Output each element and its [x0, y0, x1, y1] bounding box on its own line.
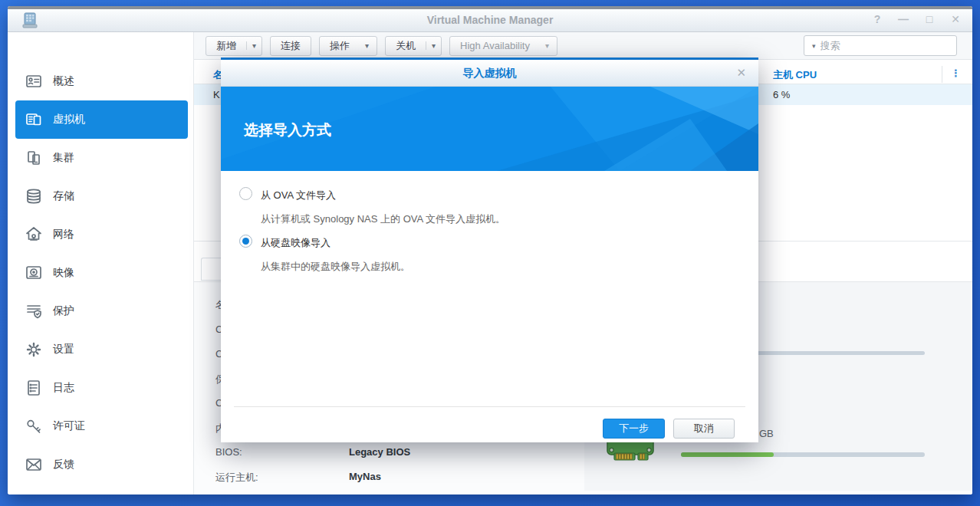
- import-vm-dialog: 导入虚拟机 ✕ 选择导入方式 从 OVA 文件导入 从计算机或 Synology…: [221, 58, 758, 442]
- network-icon: [25, 225, 43, 244]
- sidebar-item-image[interactable]: 映像: [15, 254, 188, 292]
- running-host-value: MyNas: [349, 471, 381, 482]
- sidebar-item-storage[interactable]: 存储: [15, 177, 188, 215]
- radio-import-from-ova[interactable]: [239, 187, 252, 200]
- bios-value: Legacy BIOS: [349, 446, 410, 458]
- sidebar-item-overview[interactable]: 概述: [15, 62, 188, 100]
- search-box[interactable]: ▾: [804, 35, 957, 56]
- radio-label-ova[interactable]: 从 OVA 文件导入: [261, 189, 336, 202]
- toolbar: 新增 ▾ 连接 操作 ▾ 关机 ▾ High Availability ▾: [194, 32, 972, 60]
- maximize-icon[interactable]: □: [923, 13, 936, 25]
- power-dropdown-caret-icon[interactable]: ▾: [426, 41, 441, 50]
- running-host-label: 运行主机:: [215, 471, 258, 485]
- titlebar: Virtual Machine Manager ? — □ ✕: [8, 9, 972, 32]
- sidebar-item-settings[interactable]: 设置: [15, 330, 188, 369]
- memory-unit-label: GB: [759, 428, 774, 439]
- search-input[interactable]: [821, 40, 955, 51]
- id-card-icon: [25, 72, 43, 90]
- next-button[interactable]: 下一步: [603, 419, 665, 439]
- radio-import-from-disk-image[interactable]: [239, 235, 252, 248]
- sidebar-item-virtual-machine[interactable]: 虚拟机: [15, 100, 188, 139]
- shield-server-icon: [25, 302, 43, 320]
- sidebar-item-feedback[interactable]: 反馈: [15, 445, 188, 484]
- gear-icon: [25, 340, 43, 359]
- radio-description-disk-image: 从集群中的硬盘映像导入虚拟机。: [261, 260, 410, 274]
- dialog-body: 从 OVA 文件导入 从计算机或 Synology NAS 上的 OVA 文件导…: [221, 171, 758, 404]
- column-menu-icon[interactable]: ⋮: [951, 67, 961, 79]
- power-off-button[interactable]: 关机 ▾: [385, 36, 442, 56]
- column-header-host-cpu[interactable]: 主机 CPU: [773, 68, 817, 82]
- sidebar-item-log[interactable]: 日志: [15, 369, 188, 407]
- column-divider: [942, 66, 942, 83]
- dialog-heading: 选择导入方式: [244, 120, 331, 140]
- window-title: Virtual Machine Manager: [8, 14, 972, 26]
- database-icon: [25, 187, 43, 205]
- help-icon[interactable]: ?: [871, 13, 883, 25]
- sidebar-item-label: 许可证: [53, 419, 85, 433]
- sidebar: 概述 虚拟机 集群 存储 网络 映像: [8, 32, 194, 495]
- sidebar-item-label: 网络: [53, 228, 74, 242]
- dialog-title: 导入虚拟机: [221, 67, 758, 80]
- connect-button[interactable]: 连接: [270, 36, 311, 56]
- disc-image-icon: [25, 264, 43, 282]
- vm-name-cell: K: [213, 89, 220, 100]
- action-button[interactable]: 操作 ▾: [319, 36, 377, 56]
- close-window-icon[interactable]: ✕: [949, 13, 962, 25]
- sidebar-item-label: 虚拟机: [53, 113, 85, 127]
- sidebar-item-label: 设置: [53, 343, 74, 356]
- create-button[interactable]: 新增 ▾: [206, 36, 262, 56]
- sidebar-item-cluster[interactable]: 集群: [15, 139, 188, 177]
- key-icon: [25, 417, 43, 435]
- sidebar-item-network[interactable]: 网络: [15, 215, 188, 254]
- sidebar-item-label: 存储: [53, 189, 74, 203]
- dialog-close-icon[interactable]: ✕: [736, 66, 746, 80]
- search-filter-caret-icon[interactable]: ▾: [812, 42, 816, 50]
- memory-usage-bar: [681, 452, 925, 457]
- bios-label: BIOS:: [215, 446, 242, 458]
- host-cpu-cell: 6 %: [773, 89, 790, 100]
- action-caret-icon: ▾: [365, 41, 369, 50]
- window-controls: ? — □ ✕: [871, 13, 962, 25]
- radio-label-disk-image[interactable]: 从硬盘映像导入: [261, 236, 331, 250]
- memory-bar-fill: [681, 452, 774, 457]
- log-document-icon: [25, 379, 43, 397]
- sidebar-item-label: 保护: [53, 304, 74, 318]
- virtual-machine-icon: [25, 110, 43, 129]
- sidebar-item-label: 日志: [53, 381, 74, 395]
- create-dropdown-caret-icon[interactable]: ▾: [246, 41, 261, 50]
- desktop-background: Virtual Machine Manager ? — □ ✕ 概述 虚拟机 集…: [0, 0, 980, 506]
- sidebar-item-label: 映像: [53, 266, 74, 280]
- sidebar-item-protection[interactable]: 保护: [15, 292, 188, 330]
- high-availability-button[interactable]: High Availability ▾: [449, 36, 557, 56]
- radio-description-ova: 从计算机或 Synology NAS 上的 OVA 文件导入虚拟机。: [261, 212, 505, 226]
- footer-divider: [234, 406, 745, 407]
- details-tab-fragment[interactable]: [201, 258, 221, 281]
- sidebar-item-label: 反馈: [53, 458, 74, 472]
- ha-caret-icon: ▾: [545, 41, 549, 50]
- sidebar-item-label: 概述: [53, 74, 74, 88]
- dialog-banner: 选择导入方式: [221, 87, 758, 171]
- sidebar-item-license[interactable]: 许可证: [15, 407, 188, 445]
- envelope-icon: [25, 455, 43, 474]
- dialog-header: 导入虚拟机 ✕: [221, 60, 758, 87]
- sidebar-item-label: 集群: [53, 151, 74, 165]
- cluster-icon: [25, 149, 43, 167]
- minimize-icon[interactable]: —: [897, 13, 909, 25]
- cancel-button[interactable]: 取消: [673, 419, 735, 439]
